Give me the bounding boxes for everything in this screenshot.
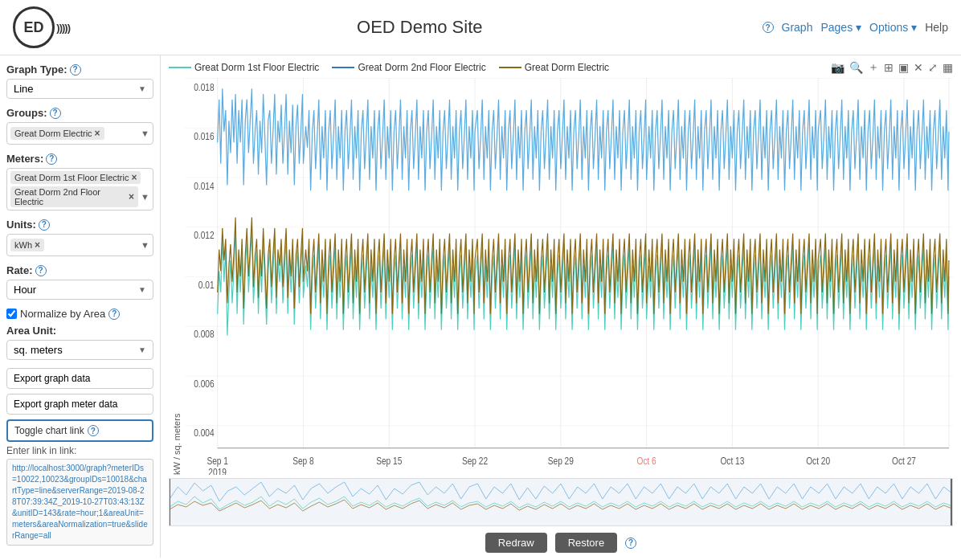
graph-type-label: Graph Type: ? <box>6 63 153 76</box>
mini-chart[interactable] <box>169 478 953 526</box>
svg-text:Sep 8: Sep 8 <box>292 454 314 467</box>
camera-icon[interactable]: 📷 <box>831 61 844 74</box>
autoscale-icon[interactable]: ⤢ <box>928 61 938 74</box>
legend-item-0: Great Dorm 1st Floor Electric <box>169 62 319 73</box>
svg-rect-33 <box>170 479 952 526</box>
svg-text:Sep 29: Sep 29 <box>548 454 575 467</box>
group-tag-0: Great Dorm Electric × <box>10 127 104 140</box>
logo-wave: ))))) <box>56 22 70 34</box>
normalize-checkbox[interactable] <box>6 309 17 319</box>
area-unit-section: Area Unit: sq. meters ▼ <box>6 325 153 360</box>
units-label: Units: ? <box>6 219 153 231</box>
chart-legend: Great Dorm 1st Floor Electric Great Dorm… <box>169 62 609 73</box>
chart-area: Great Dorm 1st Floor Electric Great Dorm… <box>161 55 961 558</box>
units-expand[interactable]: ▼ <box>141 240 149 250</box>
rate-dropdown[interactable]: Hour ▼ <box>6 280 153 300</box>
meter-tag-remove-1[interactable]: × <box>129 191 134 202</box>
meters-expand[interactable]: ▼ <box>141 192 149 202</box>
y-axis-label: kW / sq. meters <box>169 78 185 475</box>
svg-text:Sep 22: Sep 22 <box>462 454 488 467</box>
link-box[interactable]: http://localhost:3000/graph?meterIDs=100… <box>6 459 153 546</box>
area-unit-dropdown[interactable]: sq. meters ▼ <box>6 340 153 360</box>
restore-button[interactable]: Restore <box>555 533 618 553</box>
nav-help-label[interactable]: Help <box>925 21 948 34</box>
normalize-help[interactable]: ? <box>108 309 120 320</box>
normalize-row: Normalize by Area ? <box>6 308 153 320</box>
svg-text:0.008: 0.008 <box>194 328 215 341</box>
svg-text:Oct 27: Oct 27 <box>892 454 916 467</box>
graph-type-section: Graph Type: ? Line ▼ <box>6 63 153 99</box>
add-icon[interactable]: ＋ <box>868 60 879 75</box>
chart-footer-help[interactable]: ? <box>625 538 636 549</box>
sidebar: Graph Type: ? Line ▼ Groups: ? Great Dor… <box>0 55 161 558</box>
legend-line-0 <box>169 67 191 68</box>
main-chart-svg: 0.018 0.016 0.014 0.012 0.01 0.008 0.006… <box>185 78 953 475</box>
svg-text:2019: 2019 <box>208 466 227 475</box>
zoom-in-icon[interactable]: 🔍 <box>849 61 863 74</box>
bar-icon[interactable]: ▦ <box>943 61 953 74</box>
rate-section: Rate: ? Hour ▼ <box>6 264 153 300</box>
nav-links: ? Graph Pages ▾ Options ▾ Help <box>763 21 948 34</box>
svg-text:0.004: 0.004 <box>194 427 215 439</box>
export-graph-meter-data-button[interactable]: Export graph meter data <box>6 394 153 415</box>
chart-toolbar: Great Dorm 1st Floor Electric Great Dorm… <box>169 60 953 75</box>
chart-svg-area: 0.018 0.016 0.014 0.012 0.01 0.008 0.006… <box>185 78 953 475</box>
legend-item-1: Great Dorm 2nd Floor Electric <box>332 62 485 73</box>
units-tag-container[interactable]: kWh × ▼ <box>6 234 153 256</box>
svg-text:Oct 6: Oct 6 <box>636 454 656 467</box>
svg-text:Sep 15: Sep 15 <box>376 454 403 467</box>
logo-circle: ED ))))) <box>13 6 55 48</box>
rate-label: Rate: ? <box>6 264 153 276</box>
groups-help[interactable]: ? <box>50 108 61 119</box>
toggle-chart-link-help[interactable]: ? <box>88 425 99 436</box>
main-layout: Graph Type: ? Line ▼ Groups: ? Great Dor… <box>0 55 961 558</box>
svg-text:0.016: 0.016 <box>194 130 215 143</box>
redraw-button[interactable]: Redraw <box>485 533 547 553</box>
graph-type-dropdown[interactable]: Line ▼ <box>6 79 153 99</box>
graph-type-help[interactable]: ? <box>70 64 81 76</box>
area-unit-label: Area Unit: <box>6 325 153 337</box>
meters-help[interactable]: ? <box>46 153 57 165</box>
svg-text:0.006: 0.006 <box>194 377 215 390</box>
meter-tag-0: Great Dorm 1st Floor Electric × <box>10 171 141 184</box>
logo-text: ED <box>23 19 43 36</box>
pan-icon[interactable]: ⊞ <box>884 61 894 74</box>
group-tag-remove-0[interactable]: × <box>95 128 100 139</box>
nav-graph-link[interactable]: Graph <box>782 21 813 34</box>
groups-expand[interactable]: ▼ <box>141 129 149 138</box>
meter-tag-1: Great Dorm 2nd Floor Electric × <box>10 186 138 207</box>
meters-section: Meters: ? Great Dorm 1st Floor Electric … <box>6 153 153 211</box>
svg-text:0.014: 0.014 <box>194 179 215 192</box>
legend-line-1 <box>332 67 354 68</box>
units-help[interactable]: ? <box>39 219 50 231</box>
legend-line-2 <box>499 67 521 68</box>
chart-wrapper: kW / sq. meters <box>169 78 953 553</box>
reset-icon[interactable]: ✕ <box>914 61 923 74</box>
export-graph-data-button[interactable]: Export graph data <box>6 368 153 389</box>
select-icon[interactable]: ▣ <box>898 61 909 74</box>
nav-options-link[interactable]: Options ▾ <box>869 21 917 34</box>
svg-text:Oct 20: Oct 20 <box>806 454 830 467</box>
meter-tag-remove-0[interactable]: × <box>131 172 137 183</box>
chart-footer: Redraw Restore ? <box>169 533 953 553</box>
svg-text:Sep 1: Sep 1 <box>207 454 228 467</box>
mini-chart-svg <box>170 479 952 526</box>
link-label: Enter link in link: <box>6 445 153 456</box>
nav-help-icon[interactable]: ? <box>763 22 774 33</box>
groups-tag-container[interactable]: Great Dorm Electric × ▼ <box>6 122 153 145</box>
unit-tag-remove-0[interactable]: × <box>35 239 40 251</box>
groups-label: Groups: ? <box>6 107 153 119</box>
header: ED ))))) OED Demo Site ? Graph Pages ▾ O… <box>0 0 961 55</box>
chart-icons: 📷 🔍 ＋ ⊞ ▣ ✕ ⤢ ▦ <box>831 60 953 75</box>
rate-help[interactable]: ? <box>35 265 47 276</box>
logo: ED ))))) <box>13 6 77 48</box>
nav-pages-link[interactable]: Pages ▾ <box>820 21 861 34</box>
meters-label: Meters: ? <box>6 153 153 165</box>
main-chart[interactable]: kW / sq. meters <box>169 78 953 475</box>
svg-text:0.018: 0.018 <box>194 81 215 94</box>
toggle-chart-link-button[interactable]: Toggle chart link ? <box>6 419 153 442</box>
svg-text:0.012: 0.012 <box>194 229 214 242</box>
meters-tag-container[interactable]: Great Dorm 1st Floor Electric × Great Do… <box>6 168 153 211</box>
groups-section: Groups: ? Great Dorm Electric × ▼ <box>6 107 153 145</box>
units-section: Units: ? kWh × ▼ <box>6 219 153 256</box>
